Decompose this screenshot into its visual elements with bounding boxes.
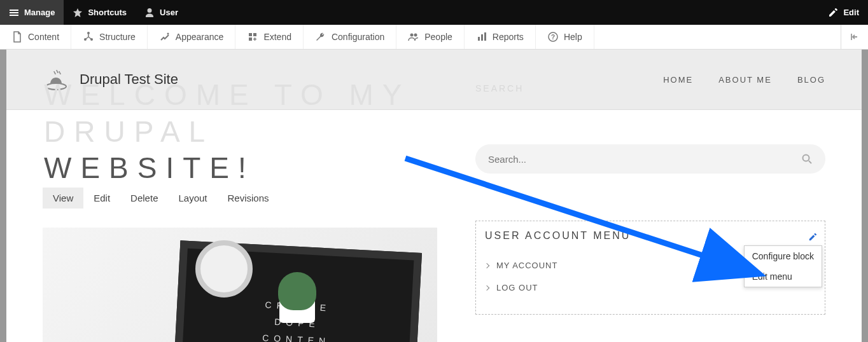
shortcuts-link[interactable]: Shortcuts [64, 0, 136, 25]
structure-icon [83, 31, 94, 43]
page-body: WELCOME TO MY DRUPAL WEBSITE! View Edit … [0, 110, 868, 342]
manage-toggle[interactable]: Manage [0, 0, 64, 25]
viewport-edge-left [0, 50, 6, 342]
context-configure-block[interactable]: Configure block [745, 246, 822, 266]
svg-rect-9 [478, 37, 480, 41]
chevron-right-icon [484, 263, 489, 268]
edit-label: Edit [843, 8, 859, 17]
menu-item-label: MY ACCOUNT [496, 261, 557, 270]
svg-rect-10 [481, 34, 483, 41]
tab-delete[interactable]: Delete [120, 188, 168, 209]
user-label: User [160, 8, 178, 17]
help-link[interactable]: ? Help [536, 25, 594, 49]
structure-label: Structure [99, 32, 136, 42]
sidebar: SEARCH USER ACCOUNT MENU Configure block… [475, 110, 825, 342]
svg-point-3 [167, 33, 169, 35]
edit-toggle[interactable]: Edit [819, 0, 868, 25]
reports-label: Reports [493, 32, 524, 42]
nav-home[interactable]: HOME [663, 75, 693, 85]
help-icon: ? [547, 31, 559, 43]
svg-point-7 [410, 34, 414, 37]
admin-toolbar-primary: Manage Shortcuts User Edit [0, 0, 868, 25]
menu-item-label: LOG OUT [496, 283, 538, 292]
search-block-title: SEARCH [475, 83, 524, 93]
svg-rect-6 [249, 38, 252, 41]
plant-prop [278, 272, 316, 310]
appearance-icon [159, 31, 171, 43]
main-content: WELCOME TO MY DRUPAL WEBSITE! View Edit … [43, 110, 437, 342]
cup-prop [195, 240, 253, 298]
shortcuts-label: Shortcuts [88, 8, 127, 17]
file-icon [11, 31, 23, 43]
chevron-right-icon [484, 285, 489, 290]
tab-layout[interactable]: Layout [168, 188, 217, 209]
pencil-icon [828, 8, 838, 18]
hamburger-icon [9, 8, 19, 18]
svg-point-15 [803, 155, 809, 161]
pencil-icon [808, 233, 817, 242]
tab-edit[interactable]: Edit [83, 188, 120, 209]
svg-text:?: ? [551, 34, 555, 41]
collapse-icon [849, 31, 860, 43]
appearance-link[interactable]: Appearance [148, 25, 236, 49]
page-title: WELCOME TO MY DRUPAL WEBSITE! [44, 77, 437, 187]
local-tasks-tabs: View Edit Delete Layout Revisions [43, 188, 437, 209]
search-icon[interactable] [801, 153, 813, 165]
people-label: People [424, 32, 452, 42]
reports-icon [476, 31, 487, 43]
manage-label: Manage [24, 8, 55, 17]
search-input[interactable] [488, 154, 801, 165]
svg-rect-5 [253, 33, 256, 36]
help-label: Help [564, 32, 582, 42]
viewport-edge-right [862, 50, 868, 342]
letterboard-line3: CONTEN [262, 332, 331, 342]
svg-rect-11 [484, 32, 486, 41]
hero-image: CREATE DOPE CONTEN [43, 228, 437, 342]
content-link[interactable]: Content [0, 25, 71, 49]
nav-about[interactable]: ABOUT ME [718, 75, 772, 85]
admin-toolbar-secondary: Content Structure Appearance Extend Conf… [0, 25, 868, 50]
toolbar-collapse-button[interactable] [841, 25, 868, 49]
user-account-menu-block: USER ACCOUNT MENU Configure block Edit m… [475, 221, 825, 315]
appearance-label: Appearance [176, 32, 224, 42]
tab-view[interactable]: View [43, 188, 83, 209]
reports-link[interactable]: Reports [465, 25, 536, 49]
wrench-icon [315, 31, 326, 43]
extend-icon [247, 31, 258, 43]
nav-blog[interactable]: BLOG [797, 75, 825, 85]
page-title-line1: WELCOME TO MY DRUPAL [44, 78, 410, 148]
svg-rect-4 [249, 33, 252, 36]
page-title-line2: WEBSITE! [44, 150, 437, 187]
people-icon [408, 31, 419, 43]
contextual-menu: Configure block Edit menu [744, 245, 822, 287]
tab-revisions[interactable]: Revisions [218, 188, 279, 209]
context-edit-menu[interactable]: Edit menu [745, 266, 822, 287]
extend-link[interactable]: Extend [235, 25, 304, 49]
main-navigation: HOME ABOUT ME BLOG [663, 75, 825, 85]
structure-link[interactable]: Structure [71, 25, 148, 49]
block-title: USER ACCOUNT MENU [485, 230, 816, 242]
user-link[interactable]: User [136, 0, 187, 25]
contextual-edit-trigger[interactable] [806, 230, 820, 244]
svg-point-8 [414, 34, 417, 37]
search-box [475, 144, 825, 174]
svg-point-0 [87, 32, 90, 34]
configuration-label: Configuration [332, 32, 384, 42]
configuration-link[interactable]: Configuration [304, 25, 396, 49]
people-link[interactable]: People [396, 25, 465, 49]
user-icon [144, 8, 155, 18]
content-label: Content [28, 32, 59, 42]
star-icon [73, 8, 83, 18]
extend-label: Extend [263, 32, 291, 42]
